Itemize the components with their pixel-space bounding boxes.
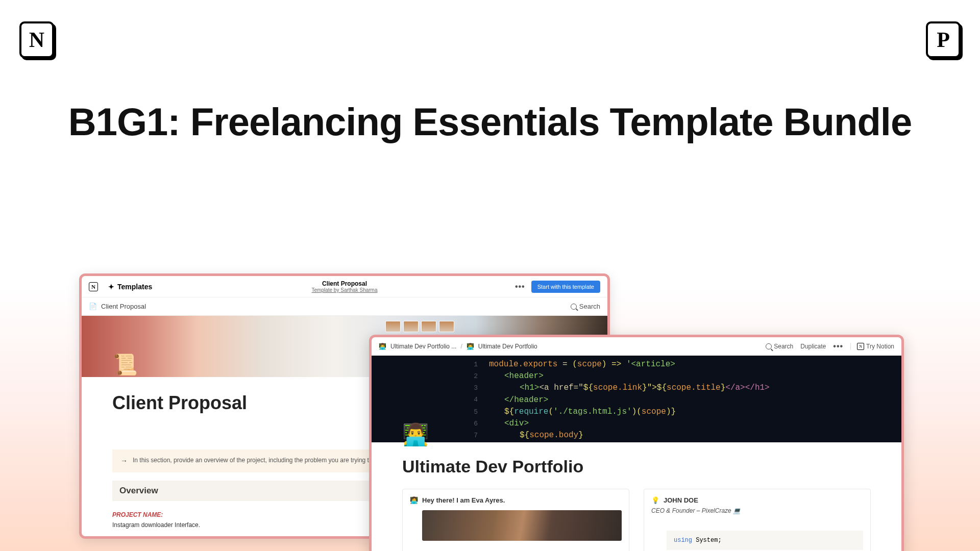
code: '<article> — [626, 360, 675, 369]
code: scope — [577, 360, 602, 369]
crumb-2[interactable]: Ultimate Dev Portfolio — [478, 343, 537, 350]
search-button[interactable]: Search — [766, 343, 793, 350]
code: ${ — [520, 431, 529, 440]
logo-letter: P — [926, 21, 961, 58]
byline-author[interactable]: Sarthak Sharma — [340, 287, 377, 293]
try-notion-label: Try Notion — [866, 343, 894, 350]
code: ( — [548, 407, 553, 416]
scroll-icon: 📜 — [112, 353, 138, 378]
code: </a></h1> — [725, 383, 769, 392]
try-notion-button[interactable]: N Try Notion — [850, 343, 894, 350]
code: </header> — [504, 395, 548, 405]
breadcrumb-label: Client Proposal — [101, 303, 146, 310]
code: } — [721, 383, 726, 392]
code: ${ — [583, 383, 593, 392]
code-kw: using — [674, 537, 692, 544]
templates-label: Templates — [117, 283, 152, 291]
dev-portfolio-window: 👨‍💻 Ultimate Dev Portfolio ... / 👨‍💻 Ult… — [369, 335, 904, 551]
line-numbers: 1234567 — [472, 359, 478, 441]
hero-thumbnails — [385, 321, 454, 332]
code: ${ — [657, 383, 667, 392]
breadcrumb[interactable]: 📄 Client Proposal — [89, 303, 146, 310]
intro-photo — [422, 510, 622, 541]
person-icon: 👩‍💻 — [410, 496, 418, 504]
crumb-sep: / — [460, 343, 462, 350]
page-body: 👨‍💻 Ultimate Dev Portfolio 👩‍💻 Hey there… — [372, 442, 901, 551]
notion-icon[interactable]: N — [89, 282, 98, 291]
templates-link[interactable]: ✦ Templates — [108, 283, 152, 291]
search-label: Search — [774, 343, 793, 350]
hero-code-image: 1234567 module.exports = (scope) => '<ar… — [372, 356, 901, 442]
profile-subtitle: CEO & Founder – PixelCraze 💻 — [651, 507, 863, 514]
window-subbar: 📄 Client Proposal Search — [82, 297, 607, 316]
code: ( — [572, 360, 577, 369]
code: ${ — [504, 407, 514, 416]
code: <header> — [504, 371, 544, 381]
notion-icon: N — [857, 343, 864, 350]
code: scope.title — [667, 383, 721, 392]
notion-logo-right: P — [926, 21, 961, 58]
code: <h1> — [520, 383, 539, 392]
crumb-1[interactable]: Ultimate Dev Portfolio ... — [390, 343, 456, 350]
code: )} — [666, 407, 676, 416]
code: <a href=" — [539, 383, 583, 392]
window-topbar: N ✦ Templates Client Proposal Template b… — [82, 276, 607, 297]
code: scope.body — [529, 431, 578, 440]
code: scope — [642, 407, 666, 416]
code: module.exports — [489, 360, 557, 369]
intro-greeting: Hey there! I am Eva Ayres. — [422, 496, 505, 504]
code-rest: System; — [692, 537, 722, 544]
code: )( — [632, 407, 642, 416]
code: }"> — [642, 383, 657, 392]
intro-card: 👩‍💻 Hey there! I am Eva Ayres. — [402, 489, 629, 551]
headline-title: B1G1: Freelancing Essentials Template Bu… — [0, 99, 980, 144]
more-icon[interactable]: ••• — [515, 282, 525, 291]
breadcrumb: 👨‍💻 Ultimate Dev Portfolio ... / 👨‍💻 Ult… — [379, 343, 537, 350]
search-icon — [766, 343, 772, 349]
search-icon — [571, 304, 577, 310]
duplicate-button[interactable]: Duplicate — [800, 343, 826, 350]
code-block: using System; — [667, 531, 863, 550]
notion-logo-left: N — [19, 21, 54, 58]
code: './tags.html.js' — [553, 407, 632, 416]
code-content: module.exports = (scope) => '<article> <… — [489, 359, 901, 441]
page-title: Ultimate Dev Portfolio — [402, 442, 871, 477]
more-icon[interactable]: ••• — [833, 342, 843, 351]
templates-icon: ✦ — [108, 283, 114, 291]
code: require — [514, 407, 548, 416]
profile-name: JOHN DOE — [664, 496, 698, 504]
logo-letter: N — [19, 21, 54, 58]
start-with-template-button[interactable]: Start with this template — [531, 281, 600, 293]
person-icon: 👨‍💻 — [379, 343, 386, 350]
byline-prefix: Template by — [312, 287, 341, 293]
code: <div> — [504, 419, 529, 428]
search-label: Search — [579, 303, 600, 310]
bulb-icon: 💡 — [651, 496, 659, 504]
profile-card: 💡 JOHN DOE CEO & Founder – PixelCraze 💻 … — [644, 489, 871, 551]
code: ) => — [602, 360, 626, 369]
window-topbar: 👨‍💻 Ultimate Dev Portfolio ... / 👨‍💻 Ult… — [372, 337, 901, 356]
technologist-icon: 👨‍💻 — [402, 422, 429, 447]
code: } — [578, 431, 583, 440]
arrow-icon: → — [120, 456, 128, 466]
code: scope.link — [593, 383, 642, 392]
page-icon: 📄 — [89, 303, 97, 310]
person-icon: 👨‍💻 — [467, 343, 474, 350]
code: = — [557, 360, 572, 369]
search-button[interactable]: Search — [571, 303, 600, 310]
